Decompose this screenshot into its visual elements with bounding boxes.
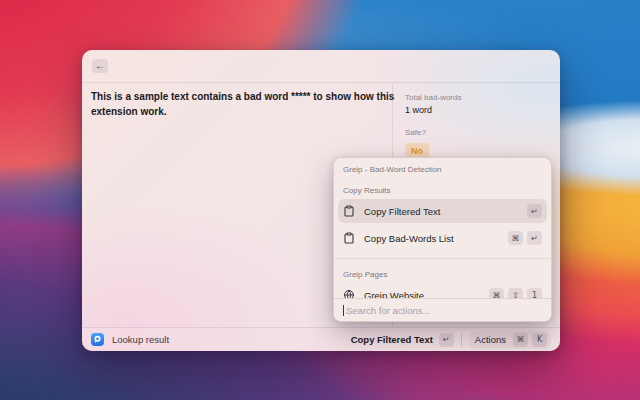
clipboard-icon (343, 232, 355, 244)
action-copy-bad-words-list[interactable]: Copy Bad-Words List ⌘ ↵ (338, 226, 547, 250)
section-greip-pages: Greip Pages (343, 270, 542, 280)
k-key-icon: K (532, 333, 547, 347)
return-key-icon: ↵ (527, 231, 542, 245)
section-copy-results: Copy Results (343, 186, 542, 196)
return-key-icon: ↵ (527, 204, 542, 218)
return-key-icon: ↵ (439, 333, 454, 347)
actions-search-bar (334, 298, 551, 321)
status-bar: Lookup result Copy Filtered Text ↵ Actio… (82, 327, 560, 351)
action-label: Copy Filtered Text (364, 206, 440, 217)
primary-action-button[interactable]: Copy Filtered Text (351, 334, 433, 345)
status-bar-separator (461, 334, 462, 346)
action-label: Copy Bad-Words List (364, 233, 454, 244)
actions-label: Actions (475, 334, 506, 345)
window-header: ← (82, 50, 560, 83)
popup-title: Greip - Bad-Word Detection (343, 165, 542, 175)
actions-search-input[interactable] (346, 305, 542, 316)
total-bad-words-value: 1 word (405, 105, 548, 115)
command-key-icon: ⌘ (513, 333, 528, 347)
section-divider (334, 258, 551, 259)
clipboard-icon (343, 205, 355, 217)
greip-logo-icon (91, 333, 104, 346)
back-button[interactable]: ← (92, 59, 108, 73)
filtered-text-content: This is a sample text contains a bad wor… (91, 89, 395, 119)
metadata-panel: Total bad-words 1 word Safe? No (393, 84, 560, 168)
status-bar-actions: Copy Filtered Text ↵ Actions ⌘ K (351, 331, 551, 349)
total-bad-words-label: Total bad-words (405, 93, 548, 102)
context-label: Lookup result (112, 334, 169, 345)
command-key-icon: ⌘ (508, 231, 523, 245)
actions-menu-button[interactable]: Actions ⌘ K (469, 331, 551, 349)
text-cursor (343, 305, 344, 316)
action-copy-filtered-text[interactable]: Copy Filtered Text ↵ (338, 199, 547, 223)
safe-label: Safe? (405, 128, 548, 137)
actions-popup: Greip - Bad-Word Detection Copy Results … (333, 157, 552, 322)
